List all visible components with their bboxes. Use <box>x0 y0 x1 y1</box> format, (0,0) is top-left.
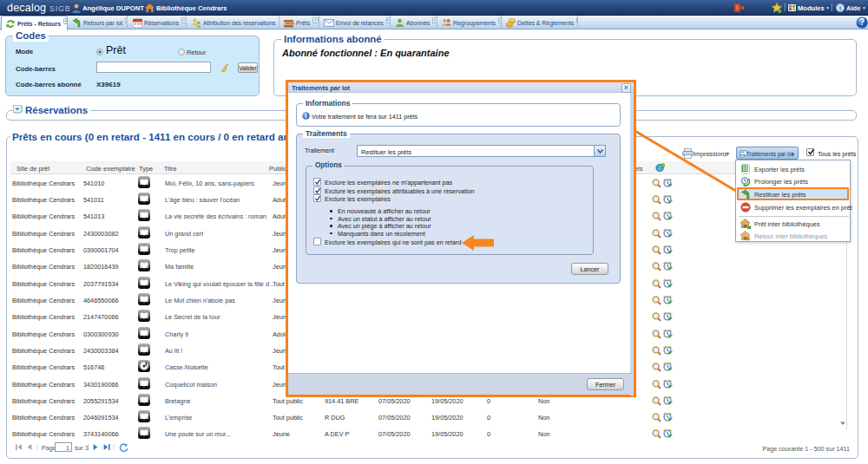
svg-text:?: ? <box>859 17 865 27</box>
svg-text:i: i <box>839 5 841 11</box>
